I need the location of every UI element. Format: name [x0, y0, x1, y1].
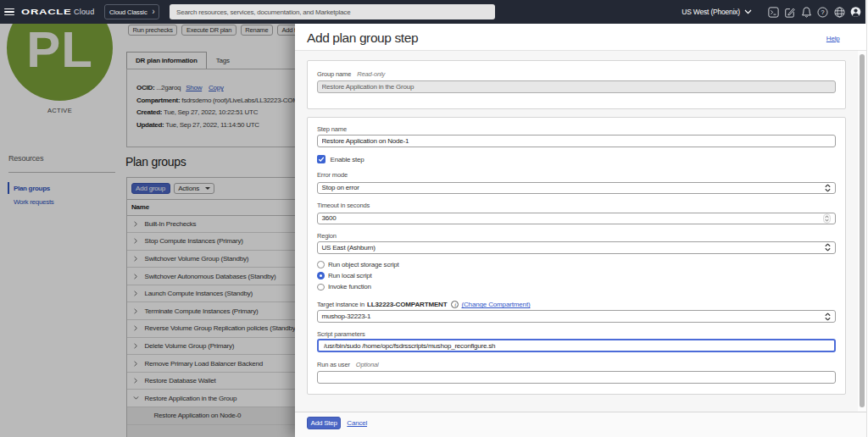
run-as-user-input[interactable]: [317, 371, 836, 384]
enable-step-label: Enable step: [331, 156, 364, 163]
panel-title: Add plan group step: [307, 28, 418, 46]
cloud-shell-icon[interactable]: [768, 0, 779, 24]
run-local-script-option[interactable]: Run local script: [317, 272, 836, 280]
run-object-storage-script-option[interactable]: Run object storage script: [317, 261, 836, 269]
panel-scrollbar-thumb[interactable]: [860, 54, 865, 407]
invoke-function-option[interactable]: Invoke function: [317, 283, 836, 291]
group-name-label: Group nameRead-only: [317, 70, 836, 78]
cancel-link[interactable]: Cancel: [347, 419, 367, 427]
compartment-name: LL32223-COMPARTMENT: [367, 301, 447, 308]
language-globe-icon[interactable]: [834, 0, 845, 24]
info-icon[interactable]: i: [451, 301, 459, 308]
enable-step-checkbox[interactable]: [317, 155, 326, 163]
oracle-cloud-logo[interactable]: ORACLE Cloud: [21, 0, 56, 24]
edit-annotate-icon[interactable]: [784, 0, 795, 24]
panel-scrollbar[interactable]: [858, 51, 866, 412]
target-instance-select[interactable]: mushop-32223-1: [317, 310, 836, 323]
radio-on-icon[interactable]: [317, 272, 325, 279]
script-type-radio-group: Run object storage script Run local scri…: [317, 261, 836, 291]
region-select[interactable]: US East (Ashburn): [317, 241, 836, 254]
panel-body: Group nameRead-only Step name Enable ste…: [295, 51, 858, 412]
panel-footer: Add Step Cancel: [295, 412, 866, 437]
chevron-down-icon: [744, 9, 752, 14]
select-stepper-icon: [825, 313, 831, 320]
step-name-label: Step name: [317, 125, 836, 133]
svg-text:?: ?: [821, 8, 824, 16]
add-step-button[interactable]: Add Step: [307, 417, 341, 429]
chevron-right-icon: ›: [153, 7, 155, 17]
region-selector[interactable]: US West (Phoenix): [682, 8, 752, 16]
select-stepper-icon: [825, 184, 831, 191]
user-avatar-icon[interactable]: [850, 0, 861, 24]
add-plan-group-step-panel: Add plan group step Help Group nameRead-…: [295, 24, 866, 437]
run-as-user-label: Run as userOptional: [317, 361, 836, 368]
optional-hint: Optional: [356, 361, 379, 368]
group-name-section: Group nameRead-only: [307, 60, 846, 109]
change-compartment-link[interactable]: (Change Compartment): [461, 301, 530, 308]
cloud-wordmark: Cloud: [74, 8, 95, 16]
step-details-section: Step name Enable step Error mode Stop on…: [307, 117, 846, 395]
group-name-input: [317, 80, 836, 93]
select-stepper-icon: [825, 244, 831, 252]
read-only-hint: Read-only: [357, 70, 385, 78]
error-mode-select[interactable]: Stop on error: [317, 182, 836, 195]
help-icon[interactable]: ?: [817, 0, 828, 24]
help-link[interactable]: Help: [826, 35, 840, 42]
timeout-label: Timeout in seconds: [317, 202, 836, 209]
enable-step-row: Enable step: [317, 155, 836, 163]
number-spinner-icon[interactable]: [823, 213, 831, 223]
hamburger-menu-icon[interactable]: [4, 8, 14, 16]
error-mode-label: Error mode: [317, 171, 836, 179]
target-instance-label: Target instance in LL32223-COMPARTMENT i…: [317, 301, 836, 308]
oci-console: PL ACTIVE Resources Plan groups Work req…: [0, 0, 868, 437]
timeout-input[interactable]: 3600: [317, 213, 836, 225]
step-name-input[interactable]: [317, 135, 836, 147]
script-parameters-input[interactable]: [317, 339, 836, 352]
script-parameters-label: Script parameters: [317, 330, 836, 338]
top-navigation-bar: ORACLE Cloud Cloud Classic › US West (Ph…: [0, 0, 865, 24]
panel-header: Add plan group step Help: [295, 24, 866, 51]
region-label: Region: [317, 232, 836, 240]
oracle-wordmark: ORACLE: [21, 8, 71, 16]
radio-off-icon[interactable]: [317, 261, 325, 268]
global-search-input[interactable]: [170, 4, 495, 19]
notifications-bell-icon[interactable]: [801, 0, 812, 24]
radio-off-icon[interactable]: [317, 284, 325, 291]
cloud-classic-button[interactable]: Cloud Classic ›: [104, 4, 159, 19]
